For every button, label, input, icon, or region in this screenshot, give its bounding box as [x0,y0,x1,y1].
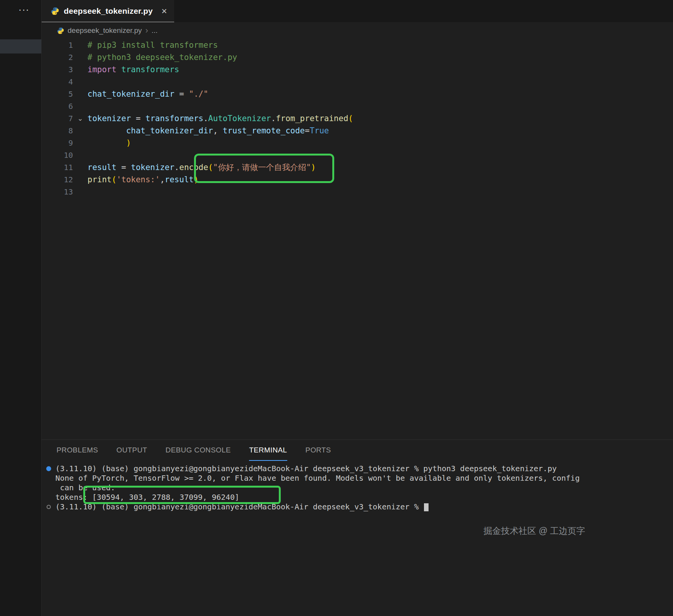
code-text: # pip3 install transformers [87,39,218,51]
fold-gutter [73,88,87,100]
fold-chevron-icon[interactable]: ⌄ [73,112,87,125]
panel-tab-terminal[interactable]: TERMINAL [249,440,287,461]
code-token: , [160,175,165,184]
watermark: 掘金技术社区 @ 工边页字 [484,525,585,537]
code-token: ) [126,138,131,148]
panel-tab-output[interactable]: OUTPUT [116,440,147,461]
code-token: result [165,175,194,184]
code-line[interactable]: 5chat_tokenizer_dir = "./" [42,88,673,100]
terminal-pending-dot-icon [42,502,55,512]
tab-deepseek-tokenizer[interactable]: deepseek_tokenizer.py ✕ [42,0,174,22]
terminal-gutter [42,493,55,502]
line-number: 2 [42,51,73,63]
code-line[interactable]: 4 [42,76,673,88]
code-text: chat_tokenizer_dir, trust_remote_code=Tr… [87,125,329,137]
terminal-line: (3.11.10) (base) gongbianyezi@gongbianye… [42,502,673,512]
terminal-line: None of PyTorch, TensorFlow >= 2.0, or F… [42,473,673,483]
python-icon [57,27,64,34]
code-token: , [213,126,223,135]
code-line[interactable]: 10 [42,149,673,161]
code-token [116,65,121,74]
code-text: tokenizer = transformers.AutoTokenizer.f… [87,112,353,125]
code-line[interactable]: 8 chat_tokenizer_dir, trust_remote_code=… [42,125,673,137]
code-text: ) [87,137,131,149]
code-token: # python3 deepseek_tokenizer.py [87,53,237,62]
code-line[interactable]: 2# python3 deepseek_tokenizer.py [42,51,673,63]
fold-gutter [73,76,87,88]
code-token: encode [179,163,208,172]
editor-group: deepseek_tokenizer.py ✕ deepseek_tokeniz… [42,0,673,439]
code-line[interactable]: 12print('tokens:',result) [42,173,673,186]
line-number: 8 [42,125,73,137]
panel-tab-problems[interactable]: PROBLEMS [57,440,98,461]
code-text: result = tokenizer.encode("你好，请做一个自我介绍") [87,161,316,173]
code-token: = [131,114,146,123]
line-number: 13 [42,186,73,198]
code-line[interactable]: 7⌄tokenizer = transformers.AutoTokenizer… [42,112,673,125]
code-token: 'tokens:' [116,175,160,184]
code-token: tokenizer [131,163,175,172]
panel-tab-debug-console[interactable]: DEBUG CONSOLE [165,440,231,461]
code-token: transformers [146,114,204,123]
close-icon[interactable]: ✕ [161,7,167,16]
terminal-line: tokens: [30594, 303, 2788, 37099, 96240] [42,493,673,502]
python-icon [51,7,59,15]
code-token: transformers [121,65,180,74]
terminal-text: can be used. [55,483,115,493]
code-token [87,138,126,148]
code-token: . [271,114,276,123]
sidebar-selected-item[interactable] [0,39,41,53]
sidebar: ··· [0,0,42,616]
code-token: ( [208,163,213,172]
code-token: = [116,163,131,172]
terminal-text: tokens: [30594, 303, 2788, 37099, 96240] [55,493,239,502]
code-token: tokenizer [87,114,131,123]
fold-gutter [73,173,87,186]
code-line[interactable]: 3import transformers [42,63,673,76]
breadcrumb-more[interactable]: ... [152,26,158,35]
code-token: "./" [189,89,209,99]
code-token: . [175,163,180,172]
breadcrumb-file[interactable]: deepseek_tokenizer.py [68,26,142,35]
code-text: # python3 deepseek_tokenizer.py [87,51,237,63]
fold-gutter [73,51,87,63]
chevron-right-icon: › [145,26,148,36]
code-token: chat_tokenizer_dir [126,126,213,135]
panel-tab-ports[interactable]: PORTS [306,440,331,461]
code-token: result [87,163,116,172]
fold-gutter [73,161,87,173]
code-token: # pip3 install transformers [87,41,218,50]
terminal-output[interactable]: (3.11.10) (base) gongbianyezi@gongbianye… [42,461,673,512]
terminal-pending-dot-icon [47,505,51,509]
code-token: ) [194,175,199,184]
line-number: 10 [42,149,73,161]
line-number: 7 [42,112,73,125]
fold-gutter [73,137,87,149]
code-token: = [175,89,189,99]
terminal-run-dot-icon [42,464,55,473]
fold-gutter [73,149,87,161]
line-number: 5 [42,88,73,100]
line-number: 12 [42,173,73,186]
code-line[interactable]: 13 [42,186,673,198]
code-token: import [87,65,116,74]
terminal-text: (3.11.10) (base) gongbianyezi@gongbianye… [55,464,557,473]
code-token: print [87,175,112,184]
terminal-line: (3.11.10) (base) gongbianyezi@gongbianye… [42,464,673,473]
line-number: 11 [42,161,73,173]
code-token: AutoTokenizer [208,114,271,123]
code-editor[interactable]: 1# pip3 install transformers2# python3 d… [42,39,673,198]
code-token: from_pretrained [276,114,348,123]
code-token: "你好，请做一个自我介绍" [213,163,311,172]
code-token: ( [112,175,116,184]
code-token: ) [311,163,316,172]
code-line[interactable]: 1# pip3 install transformers [42,39,673,51]
code-line[interactable]: 11result = tokenizer.encode("你好，请做一个自我介绍… [42,161,673,173]
fold-gutter [73,186,87,198]
more-actions-icon[interactable]: ··· [18,4,29,16]
fold-gutter [73,39,87,51]
terminal-text: (3.11.10) (base) gongbianyezi@gongbianye… [55,502,429,512]
code-line[interactable]: 9 ) [42,137,673,149]
line-number: 6 [42,100,73,112]
code-line[interactable]: 6 [42,100,673,112]
